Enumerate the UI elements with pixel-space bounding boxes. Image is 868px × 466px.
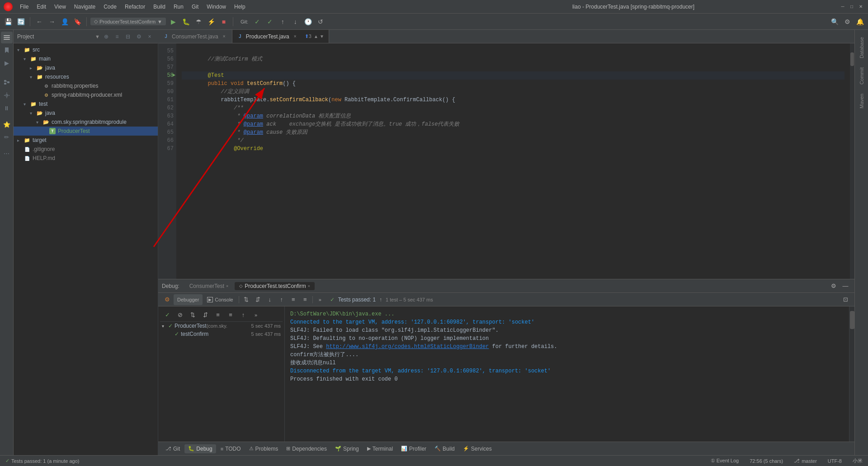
debug-align-left[interactable]: ≡ [288, 294, 299, 305]
bottom-tool-build[interactable]: 🔨 Build [431, 444, 458, 453]
tree-item-producertest[interactable]: T ProducerTest [14, 127, 158, 136]
git-pull-icon[interactable]: ↓ [290, 16, 301, 27]
bottom-tool-problems[interactable]: ⚠ Problems [245, 444, 282, 453]
slf4j-link[interactable]: http://www.slf4j.org/codes.html#StaticLo… [326, 344, 489, 350]
debug-restart-button[interactable]: ⚙ [162, 294, 173, 305]
status-position[interactable]: 72:56 (5 chars) [748, 458, 785, 464]
test-item-testconfirm[interactable]: ✓ testConfirm 5 sec 437 ms [160, 330, 283, 338]
bottom-tool-terminal[interactable]: ▶ Terminal [363, 444, 396, 453]
status-username[interactable]: 小米 [851, 457, 864, 464]
tree-item-target[interactable]: ▸ 📁 target [14, 136, 158, 145]
debug-step-down-button[interactable]: ↑ [276, 294, 287, 305]
tree-item-com-sky[interactable]: ▾ 📂 com.sky.springrabbitmqprodule [14, 118, 158, 127]
menu-help[interactable]: Help [231, 3, 249, 11]
bottom-tool-dependencies[interactable]: ⊞ Dependencies [283, 444, 330, 453]
sync-button[interactable]: 🔄 [15, 16, 26, 27]
debug-scrollbar-thumb[interactable] [850, 311, 854, 329]
test-sort1-icon[interactable]: ⇅ [187, 310, 198, 320]
debug-tab-producertest[interactable]: ◇ ProducerTest.testConfirm × [235, 282, 315, 290]
menu-build[interactable]: Build [150, 3, 169, 11]
test-list2-icon[interactable]: ≡ [225, 310, 236, 320]
menu-refactor[interactable]: Refactor [121, 3, 149, 11]
stop-button[interactable]: ■ [218, 16, 229, 27]
git-push-icon[interactable]: ↑ [277, 16, 288, 27]
tree-arrow-main[interactable]: ▾ [24, 56, 30, 61]
sidebar-project-icon[interactable] [1, 32, 13, 43]
maven-panel-label[interactable]: Maven [856, 90, 867, 112]
tree-arrow-src[interactable]: ▾ [17, 47, 24, 52]
menu-code[interactable]: Code [100, 3, 120, 11]
menu-navigate[interactable]: Navigate [71, 3, 99, 11]
menu-window[interactable]: Window [203, 3, 230, 11]
status-branch[interactable]: ⎇ master [792, 458, 819, 464]
debug-right-btn-1[interactable]: ⊡ [840, 294, 851, 305]
tree-arrow-test[interactable]: ▾ [24, 102, 30, 107]
database-panel-label[interactable]: Database [856, 33, 867, 62]
menu-git[interactable]: Git [188, 3, 202, 11]
tree-arrow-java-main[interactable]: ▸ [30, 66, 36, 71]
test-more-btn[interactable]: » [250, 310, 261, 320]
tree-item-java-test[interactable]: ▾ 📂 java [14, 108, 158, 118]
tab-producertest-close[interactable]: × [292, 33, 298, 40]
debug-scrollbar[interactable] [849, 306, 854, 442]
bottom-tool-git[interactable]: ⎇ Git [162, 444, 184, 453]
project-panel-dropdown[interactable]: ▼ [95, 34, 100, 39]
debug-tab-producertest-close[interactable]: × [308, 284, 310, 288]
commit-panel-label[interactable]: Commit [856, 64, 867, 88]
menu-view[interactable]: View [51, 3, 70, 11]
menu-edit[interactable]: Edit [33, 3, 50, 11]
tree-item-spring-xml[interactable]: ⚙ spring-rabbitmq-producer.xml [14, 90, 158, 99]
bottom-tool-debug[interactable]: 🐛 Debug [184, 444, 216, 453]
git-history-icon[interactable]: 🕐 [302, 16, 313, 27]
tree-item-gitignore[interactable]: 📄 .gitignore [14, 145, 158, 154]
sidebar-structure-icon[interactable] [1, 77, 13, 89]
bottom-tool-services[interactable]: ⚡ Services [459, 444, 495, 453]
git-commit-icon[interactable]: ✓ [264, 16, 275, 27]
maximize-button[interactable]: □ [848, 3, 855, 10]
tree-item-java-main[interactable]: ▸ 📂 java [14, 63, 158, 72]
project-sort-icon[interactable]: ≡ [113, 32, 122, 41]
profile-button[interactable]: 👤 [59, 16, 70, 27]
back-button[interactable]: ← [34, 16, 45, 27]
editor-scrollbar[interactable] [850, 43, 854, 279]
tree-item-resources[interactable]: ▾ 📁 resources [14, 72, 158, 81]
bookmark-button[interactable]: 🔖 [72, 16, 83, 27]
debug-button[interactable]: 🐛 [180, 16, 191, 27]
run-button[interactable]: ▶ [168, 16, 179, 27]
sidebar-pause-icon[interactable]: ⏸ [1, 102, 13, 114]
run-config-selector[interactable]: ◇ ProducerTest.testConfirm ▼ [90, 18, 166, 25]
debug-align-right[interactable]: ≡ [300, 294, 311, 305]
tree-item-help-md[interactable]: 📄 HELP.md [14, 154, 158, 163]
test-list-icon[interactable]: ≡ [212, 310, 223, 320]
bottom-tool-spring[interactable]: 🌱 Spring [331, 444, 363, 453]
sidebar-more-icon[interactable]: ⋯ [1, 147, 13, 159]
debug-rerun-button[interactable]: ⇅ [241, 294, 252, 305]
menu-file[interactable]: File [16, 3, 32, 11]
test-pass-icon[interactable]: ✓ [162, 310, 173, 320]
test-sort2-icon[interactable]: ⇵ [200, 310, 211, 320]
notifications-button[interactable]: 🔔 [854, 16, 865, 27]
project-add-icon[interactable]: ⊕ [102, 32, 111, 41]
status-event-log[interactable]: ① Event Log [709, 458, 741, 464]
status-encoding[interactable]: UTF-8 [826, 458, 844, 464]
test-item-producertest[interactable]: ▾ ✓ ProducerTest (com.sky. 5 sec 437 ms [160, 322, 283, 330]
sidebar-favorites-icon[interactable]: ⭐ [1, 118, 13, 130]
tab-consumertest[interactable]: J ConsumerTest.java × [158, 30, 232, 43]
tree-item-main[interactable]: ▾ 📁 main [14, 54, 158, 63]
tree-item-rabbitmq-props[interactable]: ⚙ rabbitmq.properties [14, 81, 158, 90]
status-tests-passed[interactable]: ✓ Tests passed: 1 (a minute ago) [4, 458, 81, 464]
project-settings-icon[interactable]: ⚙ [134, 32, 143, 41]
bottom-tool-profiler[interactable]: 📊 Profiler [397, 444, 430, 453]
test-up-icon[interactable]: ↑ [238, 310, 249, 320]
profile-run-button[interactable]: ⚡ [206, 16, 217, 27]
debug-close-button[interactable]: — [840, 281, 851, 292]
tab-consumertest-close[interactable]: × [221, 33, 227, 40]
tree-arrow-resources[interactable]: ▾ [30, 75, 36, 80]
tab-producertest[interactable]: J ProducerTest.java × ⬆3 ▲ ▼ [232, 30, 329, 43]
project-close-icon[interactable]: × [145, 32, 154, 41]
test-cancel-icon[interactable]: ⊘ [175, 310, 185, 320]
sidebar-bookmarks-icon[interactable] [1, 44, 13, 56]
sidebar-paint-icon[interactable]: ✏ [1, 131, 13, 143]
sidebar-tools-icon[interactable] [1, 89, 13, 101]
debug-more-button[interactable]: » [315, 294, 326, 305]
